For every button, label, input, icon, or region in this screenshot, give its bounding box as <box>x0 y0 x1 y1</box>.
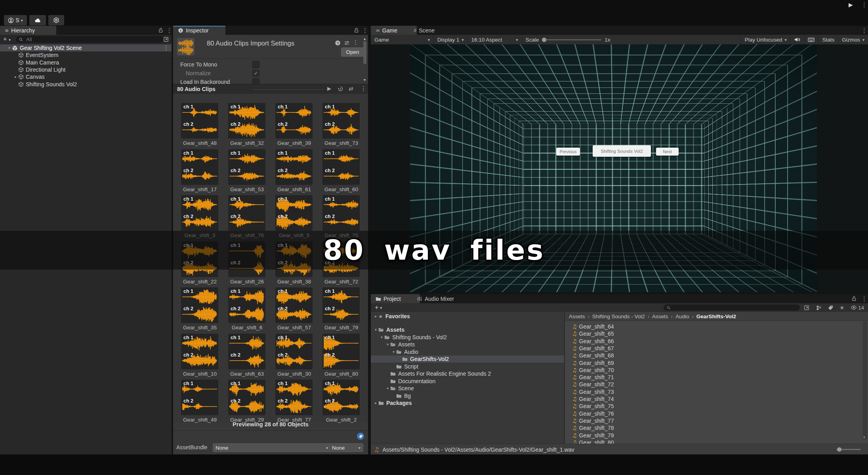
file-row[interactable]: ♫Gear_shift_78 <box>572 424 614 431</box>
file-row[interactable]: ♫Gear_shift_76 <box>572 410 614 417</box>
favorites-row[interactable]: ▸ ★ Favorites <box>371 313 564 320</box>
clip-tile[interactable]: ch 1ch 2 <box>275 149 313 185</box>
clip-tile[interactable]: ch 1ch 2 <box>181 287 218 323</box>
game-menu-button[interactable]: ⋮ <box>861 27 867 34</box>
scale-slider[interactable] <box>542 39 601 40</box>
aspect-dropdown[interactable]: 16:10 Aspect▾ <box>468 35 522 44</box>
file-row[interactable]: ♫Gear_shift_77 <box>572 417 614 424</box>
project-menu-button[interactable]: ⋮ <box>861 295 867 302</box>
preview-loop-button[interactable] <box>338 86 343 92</box>
gizmos-dropdown[interactable]: Gizmos▾ <box>838 35 868 44</box>
preview-shuffle-button[interactable]: ⇄ <box>349 86 353 92</box>
file-row[interactable]: ♫Gear_shift_80 <box>572 439 614 444</box>
expander-icon[interactable]: ▾ <box>7 46 12 50</box>
file-row[interactable]: ♫Gear_shift_71 <box>572 374 614 381</box>
breadcrumb-segment[interactable]: GearShifts-Vol2 <box>696 314 736 319</box>
clip-tile[interactable]: ch 1ch 2 <box>181 149 218 185</box>
horizontal-divider[interactable] <box>371 292 868 294</box>
splitter-handle[interactable] <box>254 89 324 89</box>
hierarchy-item[interactable]: Shifting Sounds Vol2 <box>0 81 172 88</box>
clip-tile[interactable]: ch 1ch 2 <box>228 103 265 139</box>
expander-icon[interactable]: ▸ <box>13 75 18 79</box>
clip-tile[interactable]: ch 1ch 2 <box>322 380 360 415</box>
clip-tile[interactable]: ch 1ch 2 <box>181 195 218 231</box>
project-tree-item[interactable]: Bg <box>371 392 564 399</box>
clip-tile[interactable]: ch 1ch 2 <box>181 334 218 369</box>
inspector-header-menu[interactable]: ⋮ <box>353 39 359 46</box>
breadcrumb-segment[interactable]: Shifting Sounds - Vol2 <box>592 314 645 319</box>
project-search-field[interactable] <box>673 304 789 311</box>
assetbundle-variant-dropdown[interactable]: None▾ <box>329 443 363 452</box>
account-button[interactable]: S ▾ <box>4 15 27 25</box>
file-row[interactable]: ♫Gear_shift_73 <box>572 388 614 395</box>
help-icon[interactable] <box>335 40 341 46</box>
clip-tile[interactable]: ch 1ch 2 <box>275 195 313 231</box>
project-tree-item[interactable]: ▾Assets <box>371 326 564 333</box>
add-object-caret[interactable]: ▾ <box>9 38 11 42</box>
file-row[interactable]: ♫Gear_shift_70 <box>572 367 614 374</box>
expander-icon[interactable]: ▾ <box>385 342 390 346</box>
thumbnail-size-thumb[interactable] <box>837 447 841 452</box>
project-tree-item[interactable]: Assets For Realistic Engine Sounds 2 <box>371 370 564 377</box>
next-button[interactable]: Next <box>656 148 679 156</box>
breadcrumb-segment[interactable]: Audio <box>675 314 689 319</box>
project-tree-item[interactable]: Script <box>371 363 564 370</box>
clip-tile[interactable]: ch 1ch 2 <box>275 287 313 323</box>
clip-tile[interactable]: ch 1ch 2 <box>181 103 218 139</box>
expander-icon[interactable]: ▾ <box>373 328 378 332</box>
display-target-dropdown[interactable]: Game▾ <box>371 35 434 44</box>
project-tree-item[interactable]: ▾Shifting Sounds - Vol2 <box>371 334 564 341</box>
expander-icon[interactable]: ▸ <box>373 314 378 318</box>
expander-icon[interactable]: ▾ <box>379 335 384 339</box>
clip-tile[interactable]: ch 1ch 2 <box>228 334 265 369</box>
top-play-button[interactable]: ▶ <box>849 2 853 8</box>
open-button[interactable]: Open <box>341 48 364 57</box>
setting-checkbox[interactable] <box>252 61 259 68</box>
clip-tile[interactable]: ch 1ch 2 <box>322 195 360 231</box>
inspector-menu-button[interactable]: ⋮ <box>362 27 368 34</box>
file-row[interactable]: ♫Gear_shift_69 <box>572 359 614 367</box>
presets-icon[interactable] <box>344 40 350 46</box>
item-menu-button[interactable]: ⋮ <box>163 44 169 51</box>
file-row[interactable]: ♫Gear_shift_72 <box>572 381 614 388</box>
filter-by-type-icon[interactable] <box>816 305 822 311</box>
setting-checkbox[interactable] <box>252 78 259 84</box>
cloud-button[interactable] <box>29 15 46 25</box>
file-row[interactable]: ♫Gear_shift_74 <box>572 395 614 403</box>
play-unfocused-dropdown[interactable]: Play Unfocused▾ <box>741 35 791 44</box>
asset-labels-badge[interactable] <box>357 433 364 440</box>
scroll-up-arrow[interactable]: ▴ <box>364 36 366 41</box>
device-input-toggle[interactable] <box>804 35 818 44</box>
project-tree-item[interactable]: ▾Audio <box>371 348 564 355</box>
hierarchy-item[interactable]: ▸Canvas <box>0 73 172 80</box>
expander-icon[interactable]: ▾ <box>391 350 396 354</box>
picker-window-icon[interactable] <box>804 305 810 311</box>
tab-inspector[interactable]: Inspector <box>173 26 225 35</box>
clip-tile[interactable]: ch 1ch 2 <box>322 287 360 323</box>
clip-tile[interactable]: ch 1ch 2 <box>181 380 218 415</box>
tab-audio-mixer[interactable]: Audio Mixer <box>412 294 472 303</box>
clip-tile[interactable]: ch 1ch 2 <box>275 380 313 415</box>
project-tree-item[interactable]: ▸Packages <box>371 399 564 407</box>
file-row[interactable]: ♫Gear_shift_79 <box>572 432 614 439</box>
setting-checkbox[interactable]: ✓ <box>252 70 259 77</box>
hierarchy-search-input[interactable] <box>16 36 164 43</box>
hierarchy-item[interactable]: ▾Gear Shifting Vol2 Scene⋮ <box>0 44 172 51</box>
add-object-button[interactable]: + <box>3 36 7 43</box>
tab-hierarchy[interactable]: ≡ Hierarchy <box>0 26 56 35</box>
top-more-button[interactable]: ⋮ <box>861 1 867 8</box>
project-tree-item[interactable]: Documentation <box>371 378 564 385</box>
file-row[interactable]: ♫Gear_shift_64 <box>572 323 614 330</box>
create-asset-button[interactable]: + <box>375 304 378 311</box>
preview-menu-button[interactable]: ⋮ <box>361 85 366 92</box>
expander-icon[interactable]: ▸ <box>373 401 378 405</box>
hierarchy-item[interactable]: EventSystem <box>0 51 172 59</box>
file-row[interactable]: ♫Gear_shift_67 <box>572 345 614 352</box>
files-scrollbar[interactable]: ▾ <box>863 321 867 439</box>
clip-tile[interactable]: ch 1ch 2 <box>275 103 313 139</box>
clip-tile[interactable]: ch 1ch 2 <box>228 287 265 323</box>
file-row[interactable]: ♫Gear_shift_65 <box>572 330 614 337</box>
hierarchy-item[interactable]: Main Camera <box>0 59 172 66</box>
file-row[interactable]: ♫Gear_shift_66 <box>572 338 614 345</box>
create-asset-caret[interactable]: ▾ <box>380 306 382 310</box>
